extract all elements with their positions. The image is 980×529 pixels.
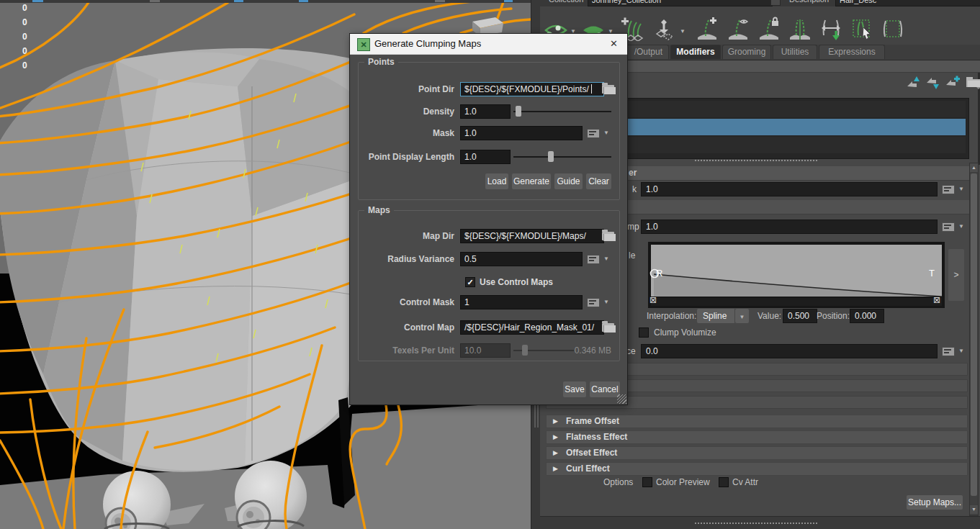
interpolation-caret-icon: ▼ (740, 314, 745, 320)
clump-caret-icon[interactable]: ▼ (958, 223, 964, 230)
control-mask-label: Control Mask (400, 297, 454, 307)
mask-caret-icon[interactable]: ▼ (958, 186, 964, 193)
section-offset-effect[interactable]: ▶ Offset Effect (546, 446, 968, 460)
move-up-icon[interactable] (905, 76, 922, 90)
variance-field[interactable]: 0.0 (641, 344, 938, 358)
close-icon[interactable]: ✕ (610, 38, 618, 49)
radius-variance-caret-icon[interactable]: ▼ (603, 256, 609, 263)
collection-row: Collection Johnney_Collection Descriptio… (540, 0, 980, 6)
point-display-length-slider[interactable] (513, 156, 611, 158)
add-guide-icon[interactable] (695, 17, 719, 44)
move-down-icon[interactable] (925, 76, 942, 90)
splitter-handle[interactable] (695, 523, 817, 524)
position-label: Position: (817, 311, 850, 321)
section-frame-offset[interactable]: ▶ Frame Offset (546, 415, 968, 428)
mirror-guides-icon[interactable] (788, 17, 812, 44)
radius-variance-map-icon[interactable] (587, 255, 600, 264)
map-dir-input[interactable]: ${DESC}/${FXMODULE}/Maps/ (460, 229, 604, 243)
point-display-length-label: Point Display Length (369, 152, 454, 162)
mask-map-icon[interactable] (942, 185, 955, 194)
texels-size-readout: 0.346 MB (566, 345, 611, 356)
hud-value: 0 (22, 32, 27, 42)
clump-field[interactable]: 1.0 (641, 220, 938, 234)
export-patches-icon[interactable] (652, 17, 676, 44)
cv-attr-checkbox[interactable] (719, 477, 729, 487)
collection-menu-button[interactable] (770, 0, 781, 6)
control-mask-map-icon[interactable] (587, 298, 600, 307)
clump-volumize-checkbox[interactable] (639, 327, 649, 338)
point-display-length-knob[interactable] (548, 151, 554, 162)
position-field[interactable]: 0.000 (850, 309, 884, 323)
clump-map-icon[interactable] (942, 222, 955, 232)
description-select[interactable]: Hair_Desc (835, 0, 980, 6)
clear-button[interactable]: Clear (586, 173, 611, 189)
description-label: Description (789, 0, 829, 4)
scroll-up-icon[interactable]: ▲ (970, 163, 978, 172)
interpolation-caret-button[interactable]: ▼ (735, 309, 749, 323)
section-label: Curl Effect (566, 464, 610, 474)
ramp-start-marker-icon[interactable]: ⊠ (649, 295, 657, 305)
density-slider-knob[interactable] (516, 106, 521, 117)
section-label: Frame Offset (566, 416, 619, 426)
control-mask-input[interactable]: 1 (460, 295, 583, 309)
ramp-expand-button[interactable]: > (948, 249, 964, 301)
guide-button[interactable]: Guide (554, 173, 583, 189)
tab-utilities[interactable]: Utilities (773, 45, 817, 59)
export-patches-caret-icon[interactable]: ▼ (680, 28, 685, 35)
lock-guides-icon[interactable] (757, 17, 781, 44)
tab-expressions[interactable]: Expressions (819, 45, 885, 59)
color-preview-label: Color Preview (656, 477, 710, 487)
variance-caret-icon[interactable]: ▼ (958, 348, 964, 355)
viewport-top-strip (0, 0, 531, 3)
tab-grooming[interactable]: Grooming (722, 45, 771, 59)
mask-caret-icon[interactable]: ▼ (603, 130, 609, 137)
control-mask-caret-icon[interactable]: ▼ (603, 299, 609, 306)
cancel-button[interactable]: Cancel (590, 381, 620, 397)
setup-maps-button[interactable]: Setup Maps... (907, 495, 963, 510)
value-field[interactable]: 0.500 (783, 309, 817, 323)
cv-attr-label: Cv Attr (732, 477, 758, 487)
dialog-titlebar[interactable]: ✕ Generate Clumping Maps ✕ (350, 34, 627, 55)
save-button[interactable]: Save (563, 381, 586, 397)
guide-width-icon[interactable] (819, 17, 843, 44)
point-dir-browse-icon[interactable] (602, 85, 614, 94)
use-control-maps-checkbox[interactable]: ✓ (465, 277, 475, 287)
section-flatness-effect[interactable]: ▶ Flatness Effect (546, 430, 968, 444)
splitter-handle[interactable] (695, 160, 817, 161)
control-map-browse-icon[interactable] (602, 323, 614, 332)
section-label: Offset Effect (566, 448, 617, 458)
tab-modifiers[interactable]: Modifiers (670, 45, 721, 59)
panel-scrollbar[interactable]: ▲ ▼ (969, 163, 979, 516)
density-input[interactable]: 1.0 (460, 104, 511, 119)
section-curl-effect[interactable]: ▶ Curl Effect (546, 462, 968, 476)
density-slider[interactable] (513, 111, 611, 112)
select-guides-icon[interactable] (850, 17, 874, 44)
variance-map-icon[interactable] (942, 347, 955, 356)
clump-scale-ramp[interactable]: R T ⊠ ⊠ (648, 242, 945, 308)
map-dir-label: Map Dir (423, 231, 454, 241)
interpolation-select[interactable]: Spline (697, 309, 734, 323)
generate-button[interactable]: Generate (512, 173, 551, 189)
dialog-resize-grip[interactable] (617, 394, 626, 404)
color-preview-checkbox[interactable] (642, 477, 652, 487)
scroll-down-icon[interactable]: ▼ (970, 505, 978, 514)
collection-label: Collection (549, 0, 583, 4)
mask-field[interactable]: 1.0 (641, 182, 938, 196)
map-dir-browse-icon[interactable] (602, 232, 614, 240)
clump-label-fragment: mp (627, 222, 639, 232)
point-dir-input[interactable]: ${DESC}/${FXMODULE}/Points/ (460, 82, 604, 96)
guide-visibility-icon[interactable] (726, 17, 750, 44)
convert-guides-icon[interactable] (881, 17, 905, 44)
ramp-end-marker-icon[interactable]: ⊠ (933, 295, 940, 305)
point-display-length-input[interactable]: 1.0 (460, 150, 511, 164)
collection-select[interactable]: Johnney_Collection (588, 0, 773, 6)
load-button[interactable]: Load (485, 173, 508, 189)
modifier-folder-icon[interactable] (965, 75, 980, 89)
mask-input[interactable]: 1.0 (460, 126, 583, 140)
add-modifier-icon[interactable] (944, 76, 961, 90)
mask-map-icon[interactable] (587, 129, 600, 138)
section-label: Flatness Effect (566, 432, 627, 442)
control-map-input[interactable]: /${DESC}/Hair_Region_Mask_01/ (460, 320, 604, 335)
scrollbar-thumb[interactable] (971, 173, 977, 496)
radius-variance-input[interactable]: 0.5 (460, 252, 583, 266)
